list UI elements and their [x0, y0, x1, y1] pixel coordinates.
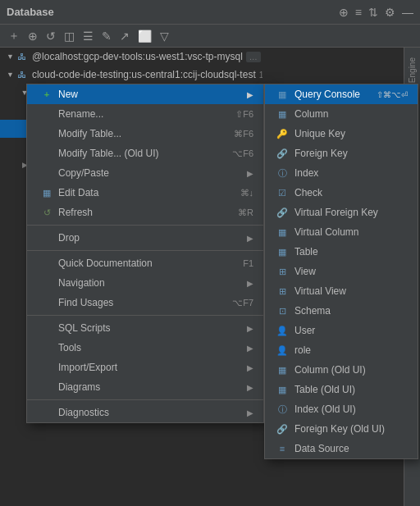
cm-new-icon: +	[40, 88, 53, 101]
data-source-icon: ≡	[275, 442, 290, 455]
list-icon[interactable]: ≡	[355, 6, 362, 19]
submenu-table-old[interactable]: ▦ Table (Old UI)	[265, 380, 418, 399]
cm-tools-label: Tools	[58, 342, 247, 353]
settings-icon[interactable]: ⚙	[385, 6, 395, 19]
submenu-schema[interactable]: ⊡ Schema	[265, 301, 418, 321]
view-icon: ⊞	[275, 265, 290, 278]
cm-modify-icon	[40, 127, 53, 140]
index-icon: ⓘ	[275, 166, 290, 180]
cm-quick-doc[interactable]: Quick Documentation F1	[27, 253, 263, 273]
schema-label: Schema	[294, 305, 408, 317]
submenu-table[interactable]: ▦ Table	[265, 242, 418, 262]
localhost-label: @localhost:gcp-dev-tools:us-west1:vsc-tp…	[32, 51, 243, 62]
cm-navigation[interactable]: Navigation ▶	[27, 273, 263, 293]
column-label: Column	[294, 108, 408, 120]
cm-new-arrow: ▶	[247, 90, 253, 99]
add-alt-icon[interactable]: ⊕	[26, 29, 39, 43]
cm-edit-data[interactable]: ▦ Edit Data ⌘↓	[27, 183, 263, 203]
submenu-query-console[interactable]: ▦ Query Console ⇧⌘⌥⏎	[265, 84, 418, 104]
filter-icon[interactable]: ⇅	[368, 6, 378, 19]
cm-rename-label: Rename...	[58, 108, 219, 120]
tree-item-cloudcode[interactable]: 🖧 cloud-code-ide-testing:us-central1:cci…	[0, 66, 262, 84]
view-label: View	[294, 266, 408, 277]
export-icon[interactable]: ↗	[118, 29, 131, 43]
cm-sql-scripts[interactable]: SQL Scripts ▶	[27, 318, 263, 338]
add-icon[interactable]: ＋	[7, 28, 21, 44]
cm-quickdoc-label: Quick Documentation	[58, 258, 226, 269]
cm-find-usages[interactable]: Find Usages ⌥F7	[27, 293, 263, 312]
db-icon-cloudcode: 🖧	[16, 68, 29, 81]
localhost-badge: …	[246, 52, 261, 62]
submenu-check[interactable]: ☑ Check	[265, 183, 418, 203]
submenu-unique-key[interactable]: 🔑 Unique Key	[265, 124, 418, 144]
cm-new[interactable]: + New ▶	[27, 84, 263, 104]
cm-rename-shortcut: ⇧F6	[235, 109, 253, 120]
cm-nav-arrow: ▶	[247, 279, 253, 288]
role-label: role	[294, 344, 408, 356]
cm-copy-label: Copy/Paste	[58, 167, 247, 179]
tree-item-localhost[interactable]: 🖧 @localhost:gcp-dev-tools:us-west1:vsc-…	[0, 48, 262, 66]
cm-diagrams-label: Diagrams	[58, 381, 247, 393]
table-icon: ▦	[275, 245, 290, 258]
cm-modify-old-label: Modify Table... (Old UI)	[58, 148, 216, 159]
submenu-virtual-column[interactable]: ▦ Virtual Column	[265, 222, 418, 242]
cm-refresh-shortcut: ⌘R	[238, 207, 253, 218]
index-old-label: Index (Old UI)	[294, 403, 408, 415]
list-view-icon[interactable]: ☰	[81, 29, 95, 43]
cm-sqlscripts-arrow: ▶	[247, 324, 253, 333]
cm-diagnostics[interactable]: Diagnostics ▶	[27, 403, 263, 422]
cm-modify-old-shortcut: ⌥F6	[232, 148, 253, 159]
index-label: Index	[294, 167, 408, 179]
cm-modify-table[interactable]: Modify Table... ⌘F6	[27, 124, 263, 144]
main-area: 🖧 @localhost:gcp-dev-tools:us-west1:vsc-…	[0, 48, 420, 506]
submenu-view[interactable]: ⊞ View	[265, 262, 418, 281]
submenu-data-source[interactable]: ≡ Data Source	[265, 439, 418, 458]
submenu-column-old[interactable]: ▦ Column (Old UI)	[265, 360, 418, 380]
query-console-shortcut: ⇧⌘⌥⏎	[377, 90, 408, 99]
submenu-column[interactable]: ▦ Column	[265, 104, 418, 124]
cm-refresh-label: Refresh	[58, 207, 221, 218]
cm-tools[interactable]: Tools ▶	[27, 338, 263, 358]
column-old-icon: ▦	[275, 363, 290, 376]
cm-rename[interactable]: Rename... ⇧F6	[27, 104, 263, 124]
cloudcode-badge: 1 of 5	[259, 71, 262, 80]
cm-nav-icon	[40, 276, 53, 289]
cm-import-export[interactable]: Import/Export ▶	[27, 358, 263, 377]
filter2-icon[interactable]: ▽	[158, 29, 171, 43]
submenu-role[interactable]: 👤 role	[265, 340, 418, 360]
edit-icon[interactable]: ✎	[100, 29, 113, 43]
cm-findusages-icon	[40, 296, 53, 309]
submenu-virtual-view[interactable]: ⊞ Virtual View	[265, 281, 418, 301]
cm-refresh-icon: ↺	[40, 206, 53, 219]
unique-key-label: Unique Key	[294, 128, 408, 139]
cm-modify-table-old[interactable]: Modify Table... (Old UI) ⌥F6	[27, 144, 263, 163]
cm-diagrams-arrow: ▶	[247, 383, 253, 392]
cm-copy-paste[interactable]: Copy/Paste ▶	[27, 163, 263, 183]
chevron-cloudcode	[7, 70, 14, 80]
data-source-label: Data Source	[294, 443, 408, 454]
submenu-index-old[interactable]: ⓘ Index (Old UI)	[265, 399, 418, 419]
virtual-view-label: Virtual View	[294, 285, 408, 297]
query-console-icon: ▦	[275, 88, 290, 101]
globe-icon[interactable]: ⊕	[339, 6, 349, 19]
submenu-foreign-key[interactable]: 🔗 Foreign Key	[265, 144, 418, 163]
icon-bar: ＋ ⊕ ↺ ◫ ☰ ✎ ↗ ⬜ ▽	[0, 25, 420, 48]
submenu-user[interactable]: 👤 User	[265, 321, 418, 340]
cm-editdata-icon: ▦	[40, 186, 53, 199]
cm-divider-2	[27, 250, 263, 251]
refresh-icon[interactable]: ↺	[44, 29, 57, 43]
minimize-icon[interactable]: —	[402, 6, 413, 19]
square-icon[interactable]: ⬜	[136, 29, 153, 43]
db-icon-localhost: 🖧	[16, 50, 29, 63]
submenu-index[interactable]: ⓘ Index	[265, 163, 418, 183]
column-icon: ▦	[275, 107, 290, 121]
cm-diagrams[interactable]: Diagrams ▶	[27, 377, 263, 397]
layout-icon[interactable]: ◫	[62, 29, 76, 43]
cm-refresh[interactable]: ↺ Refresh ⌘R	[27, 203, 263, 222]
cm-drop[interactable]: Drop ▶	[27, 228, 263, 248]
submenu-virtual-foreign-key[interactable]: 🔗 Virtual Foreign Key	[265, 203, 418, 222]
user-label: User	[294, 325, 408, 336]
cm-divider-1	[27, 225, 263, 226]
cm-copy-icon	[40, 166, 53, 180]
submenu-foreign-key-old[interactable]: 🔗 Foreign Key (Old UI)	[265, 419, 418, 439]
